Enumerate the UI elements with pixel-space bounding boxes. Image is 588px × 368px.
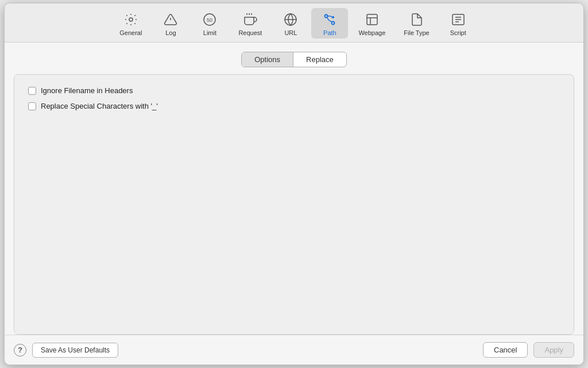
svg-text:50: 50 (207, 17, 212, 23)
replace-special-row: Replace Special Characters with '_' (28, 102, 560, 110)
toolbar-webpage-label: Webpage (358, 29, 385, 36)
toolbar-url-label: URL (284, 29, 297, 36)
toolbar-script-label: Script (450, 29, 466, 36)
toolbar-filetype-label: File Type (404, 29, 429, 36)
toolbar-item-path[interactable]: Path (311, 8, 348, 39)
toolbar-item-script[interactable]: Script (440, 8, 477, 39)
replace-special-label: Replace Special Characters with '_' (41, 102, 158, 110)
toolbar-log-label: Log (165, 29, 176, 36)
toolbar-item-webpage[interactable]: Webpage (350, 8, 393, 39)
svg-point-12 (332, 16, 334, 18)
footer-right: Cancel Apply (483, 342, 574, 358)
toolbar-request-label: Request (238, 29, 262, 36)
apply-button[interactable]: Apply (533, 342, 574, 358)
limit-icon: 50 (202, 12, 218, 28)
toolbar-item-filetype[interactable]: File Type (396, 8, 437, 39)
toolbar-item-limit[interactable]: 50 Limit (191, 8, 228, 39)
log-icon (163, 12, 179, 28)
replace-special-checkbox[interactable] (28, 102, 36, 110)
toolbar-item-log[interactable]: Log (152, 8, 189, 39)
filetype-icon (409, 12, 425, 28)
url-icon (283, 12, 299, 28)
tab-options[interactable]: Options (242, 52, 293, 67)
help-button[interactable]: ? (14, 344, 26, 356)
script-icon (450, 12, 466, 28)
main-window: General Log 50 Limit (4, 3, 584, 365)
path-icon (322, 12, 338, 28)
toolbar: General Log 50 Limit (5, 3, 583, 43)
footer: ? Save As User Defaults Cancel Apply (5, 335, 583, 365)
webpage-icon (364, 12, 380, 28)
toolbar-item-general[interactable]: General (111, 8, 150, 39)
ignore-filename-row: Ignore Filename in Headers (28, 86, 560, 95)
content-area: Options Replace Ignore Filename in Heade… (5, 43, 583, 335)
cancel-button[interactable]: Cancel (483, 342, 528, 358)
svg-point-11 (332, 22, 335, 25)
svg-point-0 (129, 18, 133, 21)
toolbar-item-url[interactable]: URL (272, 8, 309, 39)
toolbar-path-label: Path (323, 29, 336, 36)
tab-group: Options Replace (241, 52, 347, 67)
toolbar-general-label: General (119, 29, 142, 36)
ignore-filename-label: Ignore Filename in Headers (41, 86, 133, 95)
svg-point-10 (325, 15, 328, 18)
request-icon (242, 12, 258, 28)
gear-icon (123, 12, 139, 28)
save-defaults-button[interactable]: Save As User Defaults (32, 343, 118, 358)
footer-left: ? Save As User Defaults (14, 343, 118, 358)
svg-rect-13 (367, 14, 377, 25)
tab-replace[interactable]: Replace (293, 52, 346, 67)
toolbar-limit-label: Limit (203, 29, 216, 36)
tab-bar: Options Replace (14, 52, 574, 67)
ignore-filename-checkbox[interactable] (28, 87, 36, 95)
toolbar-item-request[interactable]: Request (230, 8, 270, 39)
options-panel: Ignore Filename in Headers Replace Speci… (14, 74, 574, 335)
